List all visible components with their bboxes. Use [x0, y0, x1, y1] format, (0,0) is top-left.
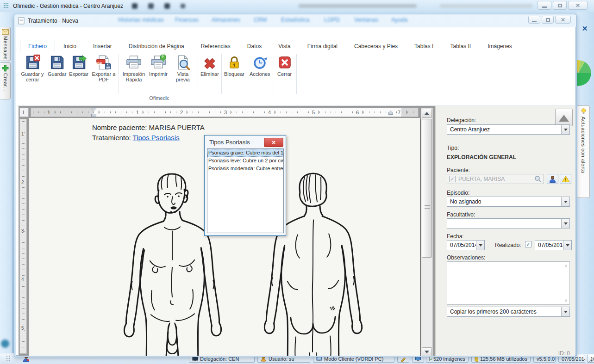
- window-minimize-button[interactable]: [528, 16, 540, 24]
- list-item[interactable]: Psoriasis grave: Cubre más del 1: [207, 149, 283, 157]
- copiar-select[interactable]: Copiar los primeros 200 carácteres: [447, 307, 570, 317]
- save-icon: [49, 55, 65, 70]
- ribbon-separator: [221, 54, 222, 94]
- app-close-button[interactable]: ✕: [568, 1, 588, 10]
- tab-datos[interactable]: Datos: [239, 41, 270, 52]
- person-icon: [549, 175, 556, 183]
- sidebar-tab-mensajes[interactable]: Mensajes: [0, 27, 11, 61]
- quick-print-icon: [126, 55, 142, 70]
- tab-imagenes[interactable]: Imágenes: [479, 41, 520, 52]
- vertical-scroll-thumb[interactable]: [422, 119, 432, 258]
- chevron-down-icon[interactable]: [476, 241, 484, 250]
- ribbon-separator: [296, 54, 297, 94]
- tab-insertar[interactable]: Insertar: [85, 41, 120, 52]
- popup-title: Tipos Psoriasis: [209, 139, 250, 146]
- imprimir-button[interactable]: ? Imprimir: [148, 53, 169, 77]
- desktop: Ofimedic - Gestión médica - Centro Aranj…: [0, 0, 594, 364]
- bloquear-button[interactable]: Bloquear: [223, 53, 246, 77]
- tab-cabeceras-pies[interactable]: Cabeceras y Pies: [346, 41, 406, 52]
- app-logo-icon: [3, 2, 10, 10]
- popup-close-button[interactable]: ✕: [264, 138, 283, 147]
- treatment-line: Tratamiento: Tipos Psoriasis: [92, 134, 180, 142]
- print-icon: [150, 55, 166, 70]
- ribbon-separator: [273, 54, 273, 94]
- tab-actuaciones-con-alerta[interactable]: Actuaciones con alerta: [577, 105, 590, 198]
- indent-marker-top[interactable]: [91, 108, 96, 114]
- exportar-button[interactable]: Exportar: [68, 53, 90, 77]
- pdf-icon: [96, 55, 112, 70]
- chevron-down-icon[interactable]: [561, 307, 569, 316]
- exportar-pdf-button[interactable]: PDF Exportar a PDF: [90, 53, 118, 82]
- sidebar-tab-crear[interactable]: Crear...: [0, 62, 11, 99]
- patient-info-button[interactable]: [547, 174, 558, 184]
- window-restore-button[interactable]: [542, 16, 554, 24]
- patient-alert-button[interactable]: [560, 174, 571, 184]
- triangle-up-icon: [559, 110, 569, 122]
- impresion-rapida-button[interactable]: Impresión Rápida: [120, 53, 148, 82]
- scroll-down-hint-icon: ∨: [564, 298, 568, 303]
- collapse-panel-button[interactable]: [555, 109, 573, 126]
- guardar-button[interactable]: Guardar: [46, 53, 68, 77]
- indent-marker-bottom[interactable]: [91, 114, 96, 117]
- restore-icon: [546, 18, 550, 22]
- guardar-y-cerrar-button[interactable]: Guardar y cerrar: [19, 53, 46, 82]
- realizado-fecha-select[interactable]: 07/05/2014: [535, 240, 572, 250]
- observaciones-textarea[interactable]: ∧ ∨: [447, 261, 570, 305]
- scroll-down-button[interactable]: [422, 347, 432, 356]
- tratamiento-window: Tratamiento - Nueva ✕ Fichero Inicio Ins…: [14, 14, 577, 357]
- episodio-select[interactable]: No asignado: [447, 197, 570, 207]
- search-icon[interactable]: [534, 175, 542, 183]
- scroll-up-button[interactable]: [422, 109, 432, 118]
- thumb-grip-icon: [425, 205, 430, 210]
- cerrar-button[interactable]: Cerrar: [274, 53, 295, 77]
- list-item[interactable]: Psoriasis leve: Cubre un 2 por cie: [207, 157, 283, 165]
- tab-tablas-1[interactable]: Tablas I: [406, 41, 442, 52]
- chevron-down-icon[interactable]: [561, 125, 569, 134]
- blurred-background: [440, 4, 532, 8]
- tab-fichero[interactable]: Fichero: [20, 41, 55, 52]
- blurred-background: [132, 3, 138, 9]
- chevron-down-icon[interactable]: [563, 241, 571, 250]
- chevron-down-icon[interactable]: [561, 197, 569, 206]
- tab-distribucion-pagina[interactable]: Distribución de Página: [120, 41, 193, 52]
- document-area: L 1 1 2 3 4 5 6 7: [19, 106, 435, 356]
- vista-previa-button[interactable]: Vista previa: [169, 53, 197, 82]
- tipo-label: Tipo:: [447, 145, 459, 151]
- horizontal-ruler: 1 1 2 3 4 5 6 7: [31, 108, 419, 117]
- minimize-icon: [542, 6, 547, 8]
- blurred-background: [181, 4, 185, 8]
- realizado-checkbox[interactable]: ✓: [525, 241, 531, 247]
- tab-vista[interactable]: Vista: [270, 41, 299, 52]
- window-close-button[interactable]: ✕: [555, 16, 571, 24]
- delete-icon: [202, 55, 218, 70]
- close-icon: ✕: [271, 140, 275, 146]
- record-id: ID: 0: [447, 350, 570, 357]
- delegacion-select[interactable]: Centro Aranjuez: [447, 124, 570, 135]
- window-titlebar[interactable]: Tratamiento - Nueva ✕: [14, 14, 576, 27]
- window-title: Tratamiento - Nueva: [28, 18, 78, 24]
- fecha-select[interactable]: 07/05/2014: [447, 240, 485, 250]
- acciones-button[interactable]: Acciones: [248, 53, 272, 77]
- vertical-scrollbar[interactable]: [421, 108, 433, 356]
- tab-referencias[interactable]: Referencias: [193, 41, 239, 52]
- ruler-corner-button[interactable]: L: [19, 108, 29, 117]
- facultativo-select[interactable]: [447, 218, 570, 228]
- tab-tablas-2[interactable]: Tablas II: [442, 41, 479, 52]
- eliminar-button[interactable]: Eliminar: [199, 53, 220, 77]
- list-item[interactable]: Psoriasis moderada: Cubre entre: [207, 165, 283, 173]
- resize-grip-icon[interactable]: [587, 358, 593, 364]
- tab-firma-digital[interactable]: Firma digital: [299, 41, 346, 52]
- warning-icon: [562, 175, 570, 183]
- panel-close-button[interactable]: ✕: [580, 24, 589, 33]
- ofimedic-pie-logo: [577, 49, 592, 97]
- app-maximize-button[interactable]: [553, 1, 567, 10]
- facultativo-label: Facultativo:: [447, 211, 475, 218]
- left-dock: Mensajes Crear...: [0, 12, 12, 354]
- psoriasis-listbox[interactable]: Psoriasis grave: Cubre más del 1 Psorias…: [207, 148, 284, 233]
- tab-inicio[interactable]: Inicio: [55, 41, 85, 52]
- chevron-down-icon[interactable]: [561, 219, 569, 228]
- app-minimize-button[interactable]: [538, 1, 551, 10]
- right-dock: Actuaciones con alerta: [577, 12, 594, 354]
- tab-label: Actuaciones con alerta: [581, 117, 586, 173]
- treatment-link[interactable]: Tipos Psoriasis: [133, 134, 180, 142]
